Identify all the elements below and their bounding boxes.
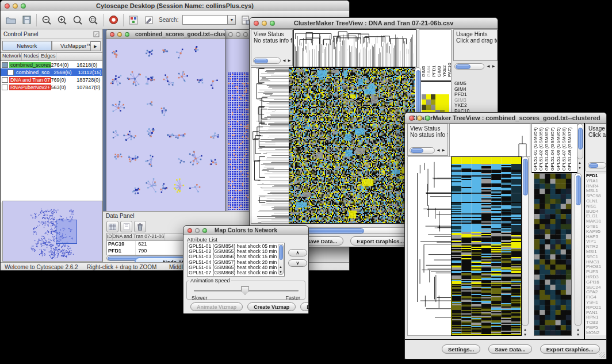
close-button[interactable]: [228, 32, 233, 37]
treeview2-action-button[interactable]: Settings...: [442, 344, 480, 354]
treeview2-row-dendrogram[interactable]: [407, 156, 452, 336]
scroll-thumb[interactable]: [578, 128, 583, 150]
treeview2-action-button[interactable]: Export Graphics...: [540, 344, 600, 354]
network-table-row[interactable]: combined_scores 2764(0) 16218(0): [1, 61, 102, 68]
treeview1-column-dendrogram[interactable]: [293, 29, 416, 67]
column-label[interactable]: GIM4: [427, 32, 431, 77]
scroll-thumb[interactable]: [576, 175, 581, 205]
matrix-cell[interactable]: [426, 105, 431, 110]
close-button[interactable]: [254, 21, 259, 26]
matrix-cell[interactable]: [435, 94, 440, 99]
column-label[interactable]: GPL51-08 (GSM872): [568, 125, 572, 171]
scroll-thumb[interactable]: [523, 159, 528, 196]
matrix-cell[interactable]: [435, 99, 440, 105]
treeview1-global-heatmap[interactable]: [289, 67, 415, 224]
scroll-thumb[interactable]: [279, 245, 283, 260]
zoom-selected-icon[interactable]: [87, 14, 99, 26]
treeview2-titlebar[interactable]: ClusterMaker TreeView : combined_scores_…: [405, 113, 606, 124]
usage-hints-hscrollbar[interactable]: [588, 162, 606, 168]
zoom-fit-icon[interactable]: [72, 14, 83, 26]
attribute-list[interactable]: GPL51-01 (GSM854) heat shock 05 minGPL51…: [187, 243, 285, 277]
treeview1-titlebar[interactable]: ClusterMaker TreeView : DNA and Tran 07-…: [250, 18, 498, 29]
matrix-cell[interactable]: [435, 105, 440, 110]
minimize-button[interactable]: [195, 228, 200, 233]
zoom-in-icon[interactable]: [56, 14, 68, 26]
matrix-cell[interactable]: [440, 94, 445, 99]
zoom-button[interactable]: [270, 21, 275, 26]
network-overview-panel[interactable]: [2, 201, 102, 262]
column-label[interactable]: GPL51-01 (GSM854): [533, 125, 538, 171]
column-labels-vscrollbar[interactable]: [577, 124, 583, 159]
matrix-cell[interactable]: [445, 94, 449, 99]
matrix-cell[interactable]: [431, 105, 435, 110]
scroll-down-arrow[interactable]: ▼: [278, 270, 284, 274]
network-view-canvas[interactable]: [106, 39, 225, 211]
treeview2-action-button[interactable]: Save Data...: [488, 344, 531, 354]
speed-slider-thumb[interactable]: [241, 286, 249, 295]
scroll-right-arrow[interactable]: ▶: [491, 64, 496, 68]
matrix-cell[interactable]: [440, 105, 445, 110]
dialog-action-button[interactable]: Animate Vizmap: [190, 302, 243, 311]
column-label[interactable]: GPL51-06 (GSM865): [556, 125, 561, 171]
matrix-cell[interactable]: [431, 99, 435, 105]
matrix-cell[interactable]: [422, 99, 426, 105]
zoom-out-icon[interactable]: [41, 14, 52, 26]
matrix-cell[interactable]: [422, 105, 426, 110]
network-frame-main[interactable]: combined_scores_good.txt--cluste...: [106, 29, 225, 211]
tabs-overflow-arrow[interactable]: ▶: [90, 41, 101, 51]
scroll-up-arrow[interactable]: ▲: [575, 328, 581, 332]
network-table-row[interactable]: combined_sco 2569(6) 13112(15): [1, 68, 102, 76]
matrix-cell[interactable]: [426, 99, 431, 105]
scroll-down-arrow[interactable]: ▼: [522, 333, 528, 337]
scroll-up-arrow[interactable]: ▲: [278, 265, 284, 269]
close-button[interactable]: [188, 228, 192, 233]
zoom-button[interactable]: [21, 3, 26, 9]
scroll-right-arrow[interactable]: ▶: [441, 148, 446, 152]
vizmapper-icon[interactable]: [128, 14, 139, 26]
matrix-cell[interactable]: [422, 94, 426, 99]
dialog-action-button[interactable]: Create Vizmap: [247, 302, 296, 311]
treeview1-action-button[interactable]: Export Graphics...: [350, 236, 410, 246]
close-button[interactable]: [5, 3, 10, 9]
attribute-column-header[interactable]: ID: [107, 233, 113, 240]
minimize-button[interactable]: [13, 3, 18, 9]
minimize-button[interactable]: [117, 32, 122, 37]
network-table-header-cell[interactable]: Network: [1, 53, 22, 60]
treeview2-global-vscrollbar[interactable]: [522, 156, 529, 326]
column-label[interactable]: YKE2: [442, 32, 447, 77]
matrix-cell[interactable]: [445, 99, 449, 105]
scroll-up-arrow[interactable]: ▲: [522, 328, 528, 332]
matrix-cell[interactable]: [440, 99, 445, 105]
gene-label[interactable]: MON2: [586, 331, 607, 335]
open-session-icon[interactable]: [5, 14, 17, 26]
close-button[interactable]: [409, 116, 414, 121]
scroll-down-arrow[interactable]: ▼: [575, 333, 581, 337]
dialog-titlebar[interactable]: Map Colors to Network: [183, 226, 308, 235]
zoom-button[interactable]: [425, 116, 430, 121]
view-status-hscrollbar[interactable]: [410, 147, 435, 154]
matrix-cell[interactable]: [426, 94, 431, 99]
network-frame-titlebar[interactable]: combined_scores_good.txt--cluste...: [106, 30, 225, 39]
scroll-down-arrow[interactable]: ▼: [577, 166, 583, 170]
usage-hints-hscrollbar[interactable]: [454, 63, 484, 70]
move-attribute-down-button[interactable]: ∨: [288, 259, 307, 267]
column-label[interactable]: PAC10: [447, 32, 452, 77]
scroll-thumb[interactable]: [254, 59, 268, 63]
float-panel-icon[interactable]: [93, 31, 100, 37]
column-label[interactable]: GPL51-03 (GSM856): [545, 125, 549, 171]
attribute-list-item[interactable]: GPL51-07 (GSM868) heat shock 60 min: [189, 270, 283, 275]
zoom-button[interactable]: [202, 228, 207, 233]
network-table-row[interactable]: RNAPuberNov2+ 563(0) 107847(0): [1, 83, 102, 91]
main-titlebar[interactable]: Cytoscape Desktop (Session Name: collins…: [1, 1, 349, 12]
treeview2-column-dendrogram[interactable]: [449, 124, 530, 157]
control-panel-tab[interactable]: Network: [2, 41, 52, 51]
scroll-thumb[interactable]: [411, 148, 423, 153]
minimize-button[interactable]: [262, 21, 267, 26]
scroll-up-arrow[interactable]: ▲: [577, 161, 583, 165]
network-table-header-cell[interactable]: Edges: [39, 53, 56, 60]
scroll-thumb[interactable]: [456, 64, 471, 69]
minimize-button[interactable]: [236, 32, 240, 37]
annotation-icon[interactable]: [143, 14, 155, 26]
resize-grip[interactable]: [599, 352, 605, 358]
matrix-cell[interactable]: [431, 94, 435, 99]
